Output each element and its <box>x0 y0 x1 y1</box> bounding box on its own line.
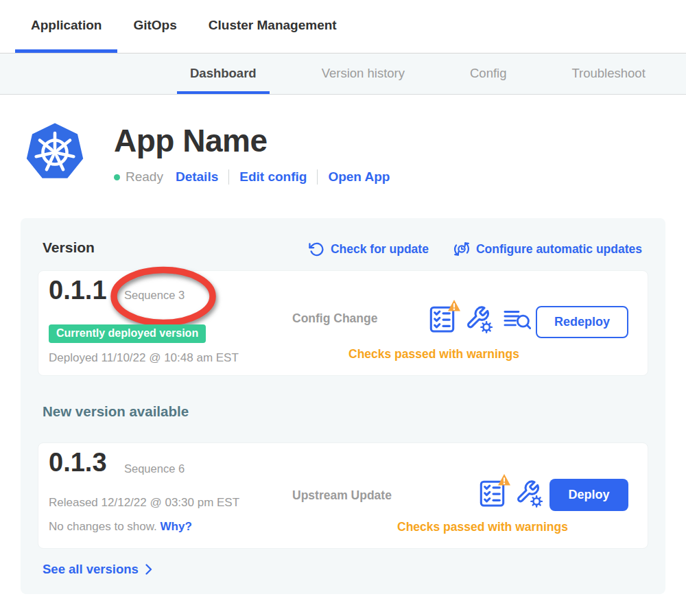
version-card-title: Version <box>43 239 95 256</box>
refresh-icon <box>309 241 324 257</box>
details-link[interactable]: Details <box>176 169 218 185</box>
tab-troubleshoot[interactable]: Troubleshoot <box>558 54 658 94</box>
new-version-number: 0.1.3 <box>49 448 107 477</box>
auto-update-clock-icon <box>453 241 470 257</box>
checks-status-text[interactable]: Checks passed with warnings <box>397 520 568 534</box>
version-source-label: Config Change <box>292 311 377 326</box>
view-config-wrench-icon[interactable] <box>465 305 493 333</box>
check-for-update-button[interactable]: Check for update <box>309 241 429 257</box>
current-version-sequence: Sequence 3 <box>124 289 185 302</box>
check-for-update-label: Check for update <box>331 242 429 257</box>
tab-config[interactable]: Config <box>457 54 519 94</box>
preflight-checks-icon[interactable] <box>429 305 455 333</box>
see-all-versions-label: See all versions <box>43 562 139 577</box>
warning-triangle-icon <box>447 299 461 312</box>
tab-application[interactable]: Application <box>15 0 117 53</box>
see-all-versions-link[interactable]: See all versions <box>43 562 152 577</box>
no-changes-text: No changes to show. Why? <box>49 520 192 534</box>
deploy-button[interactable]: Deploy <box>549 479 628 511</box>
configure-automatic-updates-button[interactable]: Configure automatic updates <box>453 241 642 257</box>
kubernetes-logo-icon <box>25 121 85 184</box>
chevron-right-icon <box>145 564 152 575</box>
new-version-row: 0.1.3 Sequence 6 Released 12/12/22 @ 03:… <box>38 442 648 549</box>
why-link[interactable]: Why? <box>161 520 192 533</box>
divider <box>228 169 229 185</box>
divider <box>317 169 318 185</box>
version-card: Version Check for update Configure autom… <box>21 218 665 594</box>
tab-gitops[interactable]: GitOps <box>117 0 192 53</box>
new-version-heading: New version available <box>43 403 189 420</box>
tab-version-history[interactable]: Version history <box>309 54 418 94</box>
view-config-wrench-icon[interactable] <box>515 479 543 508</box>
released-timestamp: Released 12/12/22 @ 03:30 pm EST <box>49 496 239 510</box>
app-sub-navigation: Dashboard Version history Config Trouble… <box>0 54 686 95</box>
deployed-timestamp: Deployed 11/10/22 @ 10:48 am EST <box>49 351 239 365</box>
preflight-checks-icon[interactable] <box>480 479 505 508</box>
page-title: App Name <box>114 122 390 159</box>
new-version-sequence: Sequence 6 <box>124 462 185 475</box>
current-version-number: 0.1.1 <box>49 276 107 305</box>
tab-dashboard[interactable]: Dashboard <box>177 54 270 94</box>
no-changes-label: No changes to show. <box>49 520 157 533</box>
top-navigation: Application GitOps Cluster Management <box>0 0 686 54</box>
edit-config-link[interactable]: Edit config <box>239 169 307 185</box>
current-version-row: 0.1.1 Sequence 3 Currently deployed vers… <box>38 270 648 376</box>
open-app-link[interactable]: Open App <box>328 169 390 185</box>
view-diff-logs-icon[interactable] <box>504 308 531 331</box>
version-source-label: Upstream Update <box>292 488 392 503</box>
status-ready-icon <box>114 174 120 180</box>
configure-automatic-updates-label: Configure automatic updates <box>476 242 642 257</box>
warning-triangle-icon <box>497 473 511 486</box>
redeploy-button[interactable]: Redeploy <box>536 306 628 338</box>
currently-deployed-badge: Currently deployed version <box>49 324 206 343</box>
tab-cluster-management[interactable]: Cluster Management <box>193 0 353 53</box>
checks-status-text[interactable]: Checks passed with warnings <box>348 347 519 362</box>
app-header: App Name Ready Details Edit config Open … <box>25 121 390 185</box>
status-badge: Ready <box>126 169 163 185</box>
